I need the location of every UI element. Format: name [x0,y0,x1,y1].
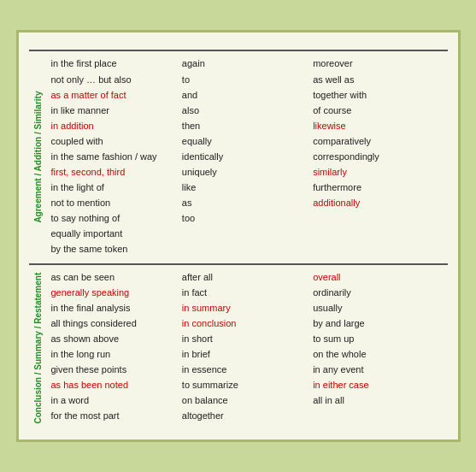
phrase-1-2-6: in any event [313,363,444,377]
section-0: Agreement / Addition / Similarityin the … [29,50,448,263]
phrase-1-2-8: all in all [313,393,444,408]
phrase-0-1-6: identically [182,150,313,164]
phrase-0-1-10: too [182,211,313,226]
phrase-1-1-9: altogether [182,409,313,423]
phrase-1-2-4: to sum up [313,332,444,346]
phrase-0-0-11: equally important [51,227,182,241]
phrase-1-1-1: in fact [182,286,313,300]
phrase-0-2-3: of course [313,103,444,118]
phrase-1-2-1: ordinarily [313,286,444,300]
phrase-0-2-6: correspondingly [313,150,444,164]
phrase-0-2-1: as well as [313,73,444,87]
col-0-2: moreoveras well astogether withof course… [313,56,444,257]
phrase-1-2-2: usually [313,301,444,316]
phrase-0-0-6: in the same fashion / way [51,150,182,164]
phrase-1-0-9: for the most part [51,409,182,423]
phrase-1-0-7: as has been noted [51,378,182,392]
section-1: Conclusion / Summary / Restatementas can… [29,263,448,430]
section-label-wrap-1: Conclusion / Summary / Restatement [29,265,48,430]
phrase-0-0-7: first, second, third [51,165,182,180]
main-container: Agreement / Addition / Similarityin the … [16,30,461,441]
phrase-1-0-0: as can be seen [51,270,182,285]
phrase-1-2-7: in either case [313,378,444,392]
phrase-0-0-2: as a matter of fact [51,88,182,103]
phrase-1-1-3: in conclusion [182,316,313,331]
phrase-0-0-10: to say nothing of [51,211,182,226]
phrase-0-2-4: likewise [313,119,444,133]
phrase-1-1-5: in brief [182,347,313,362]
columns-0: in the first placenot only … but alsoas … [48,51,448,263]
phrase-0-1-8: like [182,180,313,195]
phrase-0-0-8: in the light of [51,180,182,195]
phrase-0-1-9: as [182,196,313,210]
phrase-1-1-7: to summarize [182,378,313,392]
phrase-0-1-1: to [182,73,313,87]
section-label-wrap-0: Agreement / Addition / Similarity [29,51,48,263]
phrase-1-0-4: as shown above [51,332,182,346]
col-1-2: overallordinarilyusuallyby and largeto s… [313,270,444,423]
phrase-0-0-12: by the same token [51,242,182,257]
phrase-1-2-5: on the whole [313,347,444,362]
phrase-0-0-0: in the first place [51,56,182,71]
phrase-1-1-0: after all [182,270,313,285]
phrase-0-2-2: together with [313,88,444,103]
phrase-1-0-8: in a word [51,393,182,408]
phrase-0-2-0: moreover [313,56,444,71]
phrase-0-0-5: coupled with [51,134,182,149]
phrase-0-1-4: then [182,119,313,133]
col-0-1: againtoandalsothenequallyidenticallyuniq… [182,56,313,257]
phrase-1-0-6: given these points [51,363,182,377]
phrase-0-0-9: not to mention [51,196,182,210]
phrase-0-2-5: comparatively [313,134,444,149]
phrase-1-1-4: in short [182,332,313,346]
phrase-0-2-8: furthermore [313,180,444,195]
phrase-0-0-3: in like manner [51,103,182,118]
phrase-0-1-5: equally [182,134,313,149]
phrase-1-0-2: in the final analysis [51,301,182,316]
col-1-1: after allin factin summaryin conclusioni… [182,270,313,423]
phrase-1-2-3: by and large [313,316,444,331]
phrase-1-1-2: in summary [182,301,313,316]
phrase-0-2-7: similarly [313,165,444,180]
section-label-0: Agreement / Addition / Similarity [33,91,44,223]
phrase-0-1-3: also [182,103,313,118]
phrase-0-1-2: and [182,88,313,103]
phrase-1-0-1: generally speaking [51,286,182,300]
columns-1: as can be seengenerally speakingin the f… [48,265,448,430]
phrase-0-0-1: not only … but also [51,73,182,87]
phrase-1-0-5: in the long run [51,347,182,362]
phrase-1-1-6: in essence [182,363,313,377]
phrase-0-1-7: uniquely [182,165,313,180]
phrase-1-0-3: all things considered [51,316,182,331]
phrase-1-2-0: overall [313,270,444,285]
phrase-1-1-8: on balance [182,393,313,408]
section-label-1: Conclusion / Summary / Restatement [33,272,44,423]
phrase-0-0-4: in addition [51,119,182,133]
phrase-0-2-9: additionally [313,196,444,210]
phrase-0-1-0: again [182,56,313,71]
col-0-0: in the first placenot only … but alsoas … [51,56,182,257]
col-1-0: as can be seengenerally speakingin the f… [51,270,182,423]
